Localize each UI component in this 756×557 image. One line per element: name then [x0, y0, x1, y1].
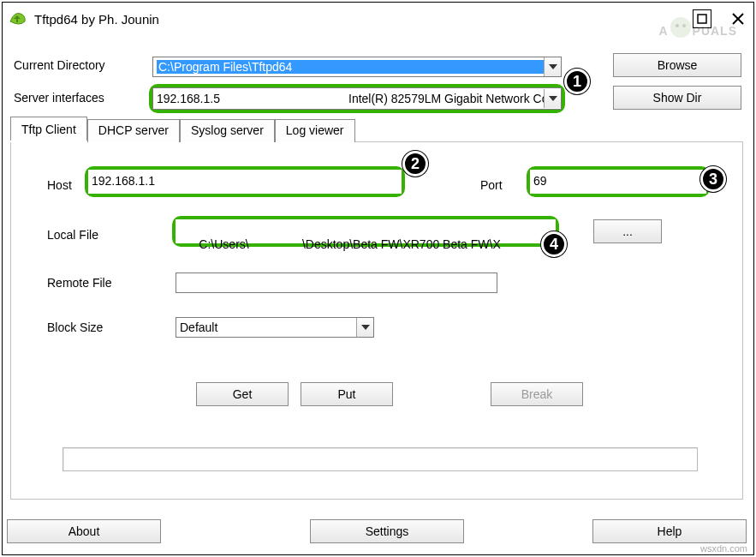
- server-interfaces-label: Server interfaces: [14, 91, 149, 105]
- get-button-label: Get: [233, 387, 253, 401]
- host-highlight: 192.168.1.1: [85, 166, 405, 197]
- server-interfaces-highlight: 192.168.1.5 Intel(R) 82579LM Gigabit Net…: [149, 84, 565, 113]
- break-button: Break: [491, 382, 583, 406]
- annotation-badge-1: 1: [564, 69, 590, 94]
- local-file-browse-button[interactable]: ...: [593, 219, 662, 243]
- port-highlight: 69: [527, 166, 710, 197]
- port-value: 69: [533, 174, 547, 188]
- block-size-combobox[interactable]: Default: [176, 317, 374, 338]
- server-interfaces-combobox[interactable]: 192.168.1.5 Intel(R) 82579LM Gigabit Net…: [152, 87, 562, 110]
- help-button-label: Help: [658, 524, 682, 538]
- server-interfaces-row: Server interfaces: [14, 91, 149, 105]
- port-input[interactable]: 69: [530, 170, 706, 194]
- progress-bar: [63, 447, 698, 471]
- put-button-label: Put: [337, 387, 355, 401]
- host-value: 192.168.1.1: [92, 174, 155, 188]
- tab-syslog-server[interactable]: Syslog server: [180, 119, 275, 142]
- tabstrip: Tftp Client DHCP server Syslog server Lo…: [10, 118, 355, 142]
- annotation-badge-4: 4: [541, 231, 567, 257]
- local-file-browse-label: ...: [622, 225, 633, 238]
- tab-tftp-client[interactable]: Tftp Client: [10, 117, 87, 142]
- current-directory-value: C:\Program Files\Tftpd64: [157, 60, 544, 74]
- show-dir-button[interactable]: Show Dir: [613, 86, 741, 110]
- server-interfaces-adapter: Intel(R) 82579LM Gigabit Network Conne: [348, 92, 544, 105]
- host-input[interactable]: 192.168.1.1: [88, 170, 402, 194]
- block-size-label: Block Size: [47, 320, 103, 334]
- tabmask: [10, 141, 87, 142]
- footer: About Settings Help: [7, 516, 748, 550]
- put-button[interactable]: Put: [301, 382, 393, 406]
- tab-dhcp-server[interactable]: DHCP server: [87, 119, 180, 142]
- about-button[interactable]: About: [7, 519, 161, 543]
- local-file-highlight: C:\Users\ \Desktop\Beta FW\XR700 Beta FW…: [172, 216, 559, 247]
- chevron-down-icon[interactable]: [544, 57, 561, 76]
- tab-log-viewer[interactable]: Log viewer: [275, 119, 355, 142]
- block-size-value: Default: [180, 320, 356, 334]
- server-interfaces-ip: 192.168.1.5: [157, 92, 348, 105]
- tab-panel: Host 192.168.1.1 Port 69 Local File C:\U…: [10, 141, 743, 500]
- current-directory-combobox[interactable]: C:\Program Files\Tftpd64: [152, 57, 562, 77]
- break-button-label: Break: [521, 387, 553, 401]
- local-file-input[interactable]: C:\Users\ \Desktop\Beta FW\XR700 Beta FW…: [176, 219, 556, 243]
- current-directory-label: Current Directory: [14, 58, 149, 72]
- host-label: Host: [47, 178, 72, 192]
- local-file-value: C:\Users\ \Desktop\Beta FW\XR700 Beta FW…: [199, 237, 500, 251]
- browse-button[interactable]: Browse: [613, 53, 741, 77]
- app-icon: [9, 9, 27, 28]
- titlebar: Tftpd64 by Ph. Jounin: [9, 7, 747, 31]
- help-button[interactable]: Help: [592, 519, 747, 543]
- remote-file-input[interactable]: [176, 273, 497, 293]
- get-button[interactable]: Get: [196, 382, 289, 406]
- chevron-down-icon[interactable]: [356, 318, 373, 337]
- annotation-badge-2: 2: [402, 151, 428, 177]
- settings-button[interactable]: Settings: [310, 519, 464, 543]
- svg-rect-0: [698, 15, 706, 23]
- window-title: Tftpd64 by Ph. Jounin: [34, 12, 676, 27]
- remote-file-label: Remote File: [47, 276, 111, 290]
- annotation-badge-3: 3: [700, 166, 726, 192]
- current-directory-row: Current Directory: [14, 58, 149, 72]
- settings-button-label: Settings: [366, 524, 409, 538]
- chevron-down-icon[interactable]: [544, 89, 561, 108]
- browse-button-label: Browse: [658, 58, 698, 72]
- about-button-label: About: [68, 524, 100, 538]
- show-dir-button-label: Show Dir: [653, 91, 702, 105]
- local-file-label: Local File: [47, 228, 98, 242]
- port-label: Port: [480, 178, 503, 192]
- close-button[interactable]: [729, 9, 747, 28]
- maximize-button[interactable]: [693, 9, 711, 28]
